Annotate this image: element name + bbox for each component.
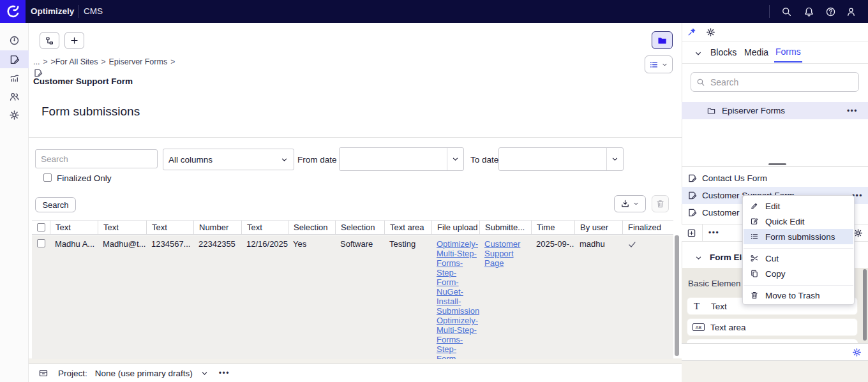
breadcrumb-item-for-all-sites[interactable]: >For All Sites: [50, 57, 98, 66]
chevron-down-icon[interactable]: [200, 369, 209, 378]
search-button[interactable]: Search: [35, 197, 76, 212]
to-date-input[interactable]: [498, 147, 624, 171]
brand-name: Optimizely: [31, 6, 74, 16]
gear-icon: [9, 110, 20, 121]
column-header[interactable]: Text: [98, 221, 146, 234]
delete-button[interactable]: [652, 195, 669, 212]
column-header[interactable]: Text: [146, 221, 193, 234]
panel-splitter[interactable]: [682, 166, 868, 167]
sidebar-item-analytics[interactable]: [0, 69, 29, 87]
breadcrumb-separator: >: [98, 57, 108, 66]
submissions-table-header: Text Text Text Number Text Selection Sel…: [32, 220, 673, 235]
submissions-search-input[interactable]: [35, 149, 158, 168]
project-selector[interactable]: None (use primary drafts): [95, 369, 193, 378]
tab-blocks[interactable]: Blocks: [710, 47, 737, 57]
folder-view-button[interactable]: [652, 31, 673, 49]
element-item-text-area[interactable]: AB Text area: [687, 318, 858, 336]
column-header[interactable]: Time: [531, 221, 574, 234]
add-form-icon[interactable]: [687, 228, 696, 238]
menu-item-copy[interactable]: Copy: [744, 266, 853, 281]
menu-item-move-to-trash[interactable]: Move to Trash: [744, 288, 853, 303]
cell-text1: Madhu A...: [50, 235, 98, 359]
gauge-icon: [9, 35, 20, 46]
column-header[interactable]: Submitte...: [479, 221, 531, 234]
tree-view-button[interactable]: [40, 32, 59, 49]
menu-item-cut[interactable]: Cut: [744, 251, 853, 266]
global-search-icon[interactable]: [781, 6, 792, 17]
to-date-picker-toggle[interactable]: [606, 148, 623, 170]
project-options-button[interactable]: •••: [219, 369, 230, 378]
column-header[interactable]: File upload: [431, 221, 479, 234]
toolbar-more-button[interactable]: •••: [708, 228, 719, 237]
collapse-panel-chevron-icon[interactable]: [694, 49, 703, 58]
filter-divider: [29, 137, 682, 138]
sidebar-item-users[interactable]: [0, 87, 29, 105]
add-button[interactable]: [64, 32, 84, 49]
sidebar-item-dashboard[interactable]: [0, 31, 29, 49]
cell-textarea: Testing: [384, 235, 431, 359]
forms-settings-gear-icon[interactable]: [853, 228, 863, 238]
column-header[interactable]: By user: [574, 221, 622, 234]
optimizely-logo[interactable]: [0, 0, 26, 23]
folder-options-button[interactable]: •••: [847, 107, 858, 115]
export-button[interactable]: [614, 195, 646, 212]
to-date-field[interactable]: [499, 148, 606, 170]
tab-forms[interactable]: Forms: [775, 47, 801, 57]
file-upload-link[interactable]: Optimizely-Multi-Step-Forms-Step-Form-Nu…: [437, 239, 477, 316]
main-scrollbar-thumb[interactable]: [675, 235, 679, 356]
select-all-checkbox[interactable]: [37, 223, 45, 231]
breadcrumb-item-episerver-forms[interactable]: Episerver Forms: [108, 57, 167, 66]
finalized-only-checkbox[interactable]: [43, 173, 52, 182]
breadcrumb-ellipsis[interactable]: ...: [33, 57, 40, 66]
notifications-bell-icon[interactable]: [804, 6, 814, 17]
pin-icon[interactable]: [687, 27, 696, 36]
menu-item-quick-edit[interactable]: Quick Edit: [744, 214, 853, 229]
columns-select[interactable]: All columns: [163, 149, 294, 170]
text-element-icon: T: [694, 301, 705, 312]
tab-media[interactable]: Media: [744, 47, 768, 57]
column-header[interactable]: Selection: [335, 221, 384, 234]
submitted-page-link[interactable]: Customer Support Page: [484, 239, 528, 268]
menu-item-edit[interactable]: Edit: [744, 198, 853, 214]
panel-search-box[interactable]: [691, 72, 859, 92]
panel-settings-gear-icon[interactable]: [706, 27, 715, 37]
trash-icon: [655, 199, 665, 209]
panel-bottom-gear-icon[interactable]: [852, 348, 862, 357]
from-date-input[interactable]: [339, 147, 464, 171]
form-item-contact-us[interactable]: Contact Us Form: [682, 170, 868, 187]
row-checkbox[interactable]: [37, 239, 45, 247]
plus-icon: [70, 36, 79, 45]
list-view-dropdown-button[interactable]: [645, 55, 673, 73]
panel-search-input[interactable]: [705, 73, 846, 91]
form-submissions-heading: Form submissions: [41, 105, 140, 119]
menu-separator: [744, 248, 853, 249]
column-header[interactable]: Text area: [384, 221, 431, 234]
column-header[interactable]: Finalized: [622, 221, 673, 234]
column-header[interactable]: Text: [241, 221, 288, 234]
splitter-drag-handle[interactable]: [768, 163, 786, 165]
panel-scrollbar-thumb[interactable]: [863, 269, 867, 341]
from-date-picker-toggle[interactable]: [447, 148, 463, 170]
help-icon[interactable]: [825, 6, 836, 17]
from-date-field[interactable]: [340, 148, 447, 170]
sidebar-item-settings[interactable]: [0, 106, 29, 124]
sidebar-item-edit[interactable]: [0, 50, 29, 68]
column-header[interactable]: Text: [50, 221, 98, 234]
copy-icon: [750, 269, 759, 278]
column-header[interactable]: Selection: [288, 221, 335, 234]
user-profile-icon[interactable]: [846, 6, 857, 17]
cell-finalized: [622, 235, 673, 359]
folder-row-episerver-forms[interactable]: Episerver Forms •••: [682, 102, 868, 119]
breadcrumb: ... > >For All Sites > Episerver Forms >: [33, 57, 178, 66]
file-upload-link[interactable]: Optimizely-Multi-Step-Forms-Step-Form-Nu…: [437, 316, 477, 359]
panel-divider: [682, 41, 868, 41]
form-item-label: Customer: [702, 208, 740, 217]
search-button-label: Search: [42, 200, 68, 210]
form-elements-header: Form Ele: [710, 253, 747, 262]
cell-file-upload: Optimizely-Multi-Step-Forms-Step-Form-Nu…: [431, 235, 479, 359]
menu-item-form-submissions[interactable]: Form submissions: [744, 229, 853, 244]
columns-select-value: All columns: [168, 155, 213, 165]
column-header[interactable]: Number: [193, 221, 241, 234]
chevron-down-icon: [661, 61, 668, 68]
form-elements-chevron-icon[interactable]: [694, 254, 703, 262]
